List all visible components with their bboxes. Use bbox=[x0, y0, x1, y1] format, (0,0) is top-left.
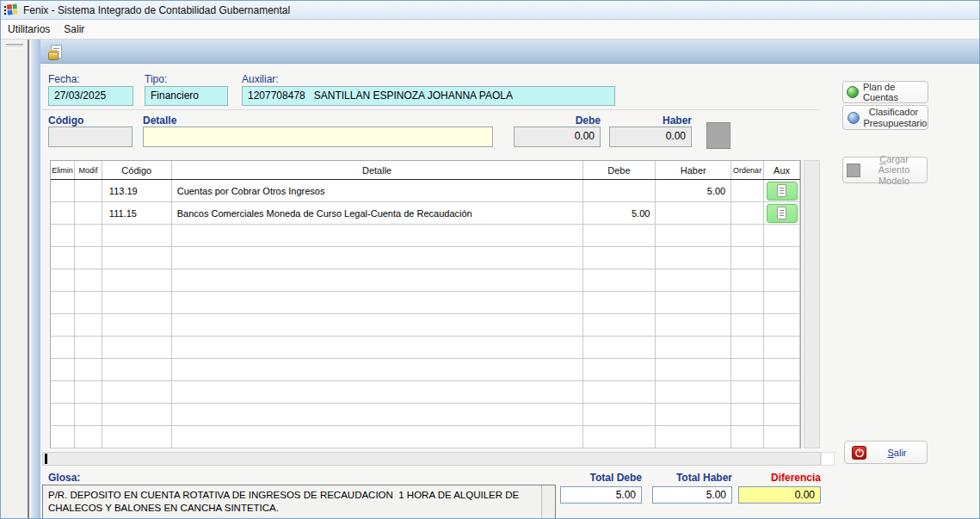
col-header-debe[interactable]: Debe bbox=[583, 161, 656, 179]
menu-salir[interactable]: Salir bbox=[57, 21, 91, 38]
total-debe-label: Total Debe bbox=[560, 472, 642, 484]
new-entry-toolbar-button[interactable] bbox=[44, 41, 68, 62]
cell-codigo bbox=[102, 337, 172, 358]
cell-codigo[interactable]: 111.15 bbox=[102, 202, 172, 224]
cell-detalle bbox=[172, 359, 583, 380]
fecha-label: Fecha: bbox=[48, 73, 80, 85]
windows-flag-icon bbox=[4, 3, 18, 16]
col-header-aux[interactable]: Aux bbox=[764, 161, 800, 179]
panel-grabber-handle[interactable] bbox=[6, 44, 23, 48]
table-row-empty bbox=[51, 269, 800, 292]
cell-detalle bbox=[172, 404, 583, 425]
cell-ordenar bbox=[731, 381, 764, 403]
cell-elimin bbox=[51, 292, 75, 313]
col-header-ordenar[interactable]: Ordenar bbox=[731, 161, 764, 179]
cell-debe bbox=[583, 225, 656, 246]
col-header-codigo[interactable]: Código bbox=[102, 161, 172, 179]
glosa-text: P/R. DEPOSITO EN CUENTA ROTATIVA DE INGR… bbox=[43, 485, 540, 519]
cell-codigo[interactable]: 113.19 bbox=[102, 180, 172, 201]
table-row[interactable]: 111.15Bancos Comerciales Moneda de Curso… bbox=[51, 202, 800, 225]
cell-modif bbox=[75, 247, 102, 269]
total-haber-label: Total Haber bbox=[652, 472, 732, 484]
cell-elimin bbox=[51, 381, 75, 403]
cell-elimin[interactable] bbox=[51, 180, 75, 201]
cell-debe[interactable] bbox=[583, 180, 656, 201]
aux-button[interactable] bbox=[767, 182, 798, 201]
cell-codigo bbox=[102, 359, 172, 380]
cell-debe bbox=[583, 337, 656, 358]
cell-ordenar bbox=[731, 225, 764, 246]
cell-ordenar[interactable] bbox=[731, 202, 764, 224]
horizontal-scrollbar-thumb[interactable] bbox=[45, 454, 47, 464]
glosa-scrollbar[interactable] bbox=[541, 485, 555, 519]
diferencia-label: Diferencia bbox=[738, 472, 821, 484]
cell-elimin[interactable] bbox=[51, 202, 75, 224]
cell-debe bbox=[583, 269, 656, 291]
cell-debe[interactable]: 5.00 bbox=[583, 202, 656, 224]
cell-detalle[interactable]: Cuentas por Cobrar Otros Ingresos bbox=[172, 180, 583, 201]
toolbar bbox=[40, 40, 980, 64]
haber-entry-field[interactable]: 0.00 bbox=[609, 127, 692, 147]
cell-aux bbox=[764, 292, 800, 313]
cell-detalle bbox=[172, 225, 583, 246]
cell-haber[interactable] bbox=[656, 202, 731, 224]
table-row-empty bbox=[51, 426, 800, 448]
cell-modif[interactable] bbox=[75, 202, 102, 224]
menu-bar: Utilitarios Salir bbox=[1, 20, 980, 40]
cell-detalle bbox=[172, 269, 583, 291]
menu-utilitarios[interactable]: Utilitarios bbox=[1, 21, 57, 38]
document-coins-icon bbox=[51, 45, 62, 59]
cell-haber bbox=[656, 314, 731, 336]
clasificador-presupuestario-button[interactable]: Clasificador Presupuestario bbox=[842, 105, 928, 130]
debe-entry-field[interactable]: 0.00 bbox=[514, 127, 601, 147]
cell-haber bbox=[656, 292, 731, 313]
gray-square-icon bbox=[847, 164, 860, 177]
cell-ordenar bbox=[731, 404, 764, 425]
cell-aux[interactable] bbox=[764, 180, 800, 201]
codigo-entry-field[interactable] bbox=[48, 127, 133, 147]
cell-codigo bbox=[102, 292, 172, 313]
cell-ordenar[interactable] bbox=[731, 180, 764, 201]
aux-button[interactable] bbox=[767, 204, 798, 223]
plan-de-cuentas-button[interactable]: Plan de Cuentas bbox=[842, 81, 928, 103]
cargar-asiento-modelo-button[interactable]: Cargar Asiento Modelo bbox=[842, 157, 928, 183]
cell-modif bbox=[75, 404, 102, 425]
cargar-asiento-label: Cargar Asiento Modelo bbox=[865, 154, 923, 187]
detalle-entry-field[interactable] bbox=[143, 127, 493, 147]
cell-haber[interactable]: 5.00 bbox=[656, 180, 731, 201]
table-body: 113.19Cuentas por Cobrar Otros Ingresos5… bbox=[51, 180, 800, 448]
cell-modif bbox=[75, 269, 102, 291]
col-header-elimin[interactable]: Elimin bbox=[51, 161, 75, 179]
cell-modif[interactable] bbox=[75, 180, 102, 201]
cell-aux[interactable] bbox=[764, 202, 800, 224]
table-row[interactable]: 113.19Cuentas por Cobrar Otros Ingresos5… bbox=[51, 180, 800, 202]
cell-detalle[interactable]: Bancos Comerciales Moneda de Curso Legal… bbox=[172, 202, 583, 224]
cell-aux bbox=[764, 269, 800, 291]
left-collapsed-panel[interactable] bbox=[1, 40, 29, 519]
cell-elimin bbox=[51, 269, 75, 291]
col-header-modif[interactable]: Modif bbox=[75, 161, 102, 179]
cell-elimin bbox=[51, 225, 75, 246]
horizontal-scrollbar[interactable] bbox=[42, 452, 821, 466]
cell-haber bbox=[656, 269, 731, 291]
detalle-entry-label: Detalle bbox=[143, 114, 176, 127]
cell-detalle bbox=[172, 426, 583, 448]
glosa-box[interactable]: P/R. DEPOSITO EN CUENTA ROTATIVA DE INGR… bbox=[42, 485, 556, 519]
table-row-empty bbox=[51, 381, 800, 404]
document-icon bbox=[777, 184, 786, 197]
salir-button[interactable]: Salir bbox=[844, 441, 928, 464]
cell-ordenar bbox=[731, 426, 764, 448]
asiento-grid: Elimin Modif Código Detalle Debe Haber O… bbox=[50, 160, 801, 448]
col-header-detalle[interactable]: Detalle bbox=[172, 161, 583, 179]
green-sphere-icon bbox=[847, 86, 859, 98]
cell-haber bbox=[656, 404, 731, 425]
vertical-scrollbar[interactable] bbox=[804, 160, 820, 448]
cell-elimin bbox=[51, 337, 75, 358]
auxiliar-field[interactable]: 1207708478 SANTILLAN ESPINOZA JOHANNA PA… bbox=[242, 86, 615, 106]
fecha-field[interactable]: 27/03/2025 bbox=[48, 86, 133, 106]
entry-action-button[interactable] bbox=[706, 122, 730, 149]
tipo-field[interactable]: Financiero bbox=[145, 86, 228, 106]
cell-haber bbox=[656, 247, 731, 269]
cell-aux bbox=[764, 247, 800, 269]
col-header-haber[interactable]: Haber bbox=[656, 161, 731, 179]
